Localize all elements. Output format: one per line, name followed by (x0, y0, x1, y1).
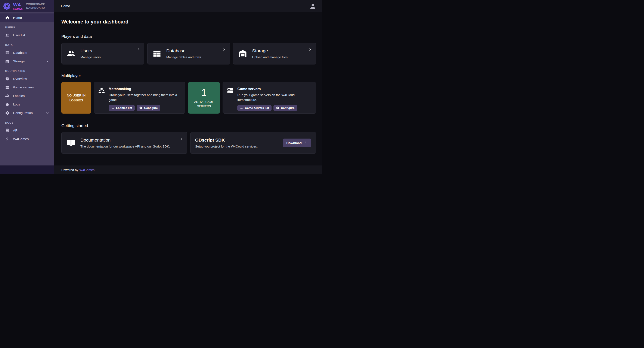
servers-icon (5, 85, 10, 89)
card-description: Run your game servers on the W4Cloud inf… (237, 93, 312, 102)
avatar[interactable] (309, 2, 316, 10)
users-card[interactable]: Users Manage users. (61, 43, 144, 64)
users-icon (5, 33, 10, 37)
lightning-icon (5, 137, 10, 141)
sidebar-item-label: Home (13, 16, 22, 20)
documentation-card[interactable]: Documentation The documentation for our … (61, 132, 187, 154)
button-row: Lobbies list Configure (108, 105, 181, 111)
brand-games: GAMES (13, 8, 23, 10)
card-title: Documentation (80, 138, 170, 143)
w4-knot-icon (2, 2, 11, 10)
dashboard-content: Welcome to your dashboard Players and da… (54, 12, 322, 166)
sidebar-section-multiplayer: MULTIPLAYER (0, 66, 54, 74)
sidebar-item-label: User list (13, 33, 25, 37)
open-book-icon (66, 138, 76, 148)
sidebar-item-label: Storage (13, 59, 24, 63)
card-text: Storage Upload and manage files. (252, 48, 288, 59)
brand-dashboard: DASHBOARD (26, 6, 45, 9)
servers-icon (227, 87, 234, 94)
list-icon (111, 106, 114, 110)
status-text: NO USER IN LOBBIES (65, 93, 88, 103)
chevron-right-icon (180, 137, 183, 141)
table-icon (5, 51, 10, 55)
gear-icon (139, 106, 142, 110)
active-game-servers-status: 1 ACTIVE GAME SERVERS (188, 82, 220, 114)
button-row: Game servers list Configure (237, 105, 312, 111)
card-text: Game servers Run your game servers on th… (237, 86, 312, 109)
matchmaking-configure-button[interactable]: Configure (137, 105, 160, 111)
list-icon (240, 106, 243, 110)
sidebar-item-lobbies[interactable]: Lobbies (0, 92, 54, 100)
card-title: GDscript SDK (195, 138, 258, 143)
card-text: Database Manage tables and rows. (166, 48, 202, 59)
sidebar-footer (0, 166, 54, 174)
sidebar-item-home[interactable]: Home (0, 13, 54, 22)
sidebar-item-label: Configuration (13, 111, 33, 115)
download-button[interactable]: Download (283, 139, 311, 147)
section-heading-players-data: Players and data (61, 34, 316, 39)
sidebar-section-users: USERS (0, 22, 54, 31)
card-title: Game servers (237, 87, 312, 91)
sidebar-item-label: W4Games (13, 137, 29, 141)
card-title: Storage (252, 48, 288, 53)
sidebar-item-w4games[interactable]: W4Games (0, 135, 54, 143)
gdscript-sdk-card: GDscript SDK Setup you project for the W… (190, 132, 316, 154)
sidebar-item-storage[interactable]: Storage (0, 57, 54, 66)
storage-card[interactable]: Storage Upload and manage files. (233, 43, 316, 64)
brand-workspace: WORKSPACE (26, 2, 45, 6)
lobbies-list-button[interactable]: Lobbies list (108, 105, 135, 111)
lobbies-icon (5, 94, 10, 98)
book-icon (5, 128, 10, 133)
sidebar-item-configuration[interactable]: Configuration (0, 109, 54, 117)
card-text: Matchmaking Group your users together an… (108, 86, 181, 109)
sidebar-item-overview[interactable]: Overview (0, 74, 54, 83)
sidebar-item-user-list[interactable]: User list (0, 31, 54, 39)
brand: W4 GAMES WORKSPACE DASHBOARD (0, 0, 54, 12)
matchmaking-card: Matchmaking Group your users together an… (94, 82, 185, 114)
breadcrumb[interactable]: Home (61, 4, 70, 8)
gear-icon (276, 106, 279, 110)
card-subtitle: Manage tables and rows. (166, 55, 202, 59)
sidebar-item-database[interactable]: Database (0, 48, 54, 57)
sidebar-item-label: Game servers (13, 85, 34, 89)
button-label: Configure (144, 106, 158, 110)
game-servers-card: Game servers Run your game servers on th… (222, 82, 316, 114)
chevron-right-icon (308, 48, 312, 51)
database-card[interactable]: Database Manage tables and rows. (147, 43, 230, 64)
bug-icon (5, 102, 10, 107)
card-subtitle: Setup you project for the W4Could servic… (195, 145, 258, 148)
chevron-right-icon (222, 48, 226, 51)
sidebar-item-logs[interactable]: Logs (0, 100, 54, 109)
w4games-footer-link[interactable]: W4Games (79, 168, 94, 172)
main-column: Home Welcome to your dashboard Players a… (54, 0, 322, 174)
card-description: Group your users together and bring them… (108, 93, 181, 102)
sidebar-item-label: Lobbies (13, 94, 24, 98)
sidebar-item-api[interactable]: API (0, 126, 54, 135)
storage-icon (5, 59, 10, 63)
card-text: Documentation The documentation for our … (80, 138, 170, 148)
sidebar: W4 GAMES WORKSPACE DASHBOARD Home USERS … (0, 0, 54, 174)
button-label: Configure (281, 106, 295, 110)
game-servers-list-button[interactable]: Game servers list (237, 105, 272, 111)
download-icon (304, 141, 308, 145)
gear-icon (5, 111, 10, 115)
chevron-down-icon (46, 60, 49, 63)
button-label: Download (286, 141, 302, 145)
sidebar-section-docs: DOCS (0, 117, 54, 126)
card-title: Users (80, 48, 102, 53)
page-title: Welcome to your dashboard (61, 19, 316, 25)
matchmaking-icon (98, 87, 105, 94)
storage-icon (238, 49, 248, 58)
sidebar-item-game-servers[interactable]: Game servers (0, 83, 54, 92)
no-user-in-lobbies-status: NO USER IN LOBBIES (61, 82, 91, 114)
topbar: Home (54, 0, 322, 12)
users-icon (66, 49, 76, 58)
sidebar-item-label: API (13, 129, 18, 132)
game-servers-configure-button[interactable]: Configure (274, 105, 297, 111)
button-label: Game servers list (245, 106, 269, 110)
pie-chart-icon (5, 77, 10, 81)
active-server-label: ACTIVE GAME SERVERS (188, 100, 220, 108)
active-server-count: 1 (202, 87, 206, 98)
card-title: Database (166, 48, 202, 53)
chevron-right-icon (137, 48, 140, 51)
